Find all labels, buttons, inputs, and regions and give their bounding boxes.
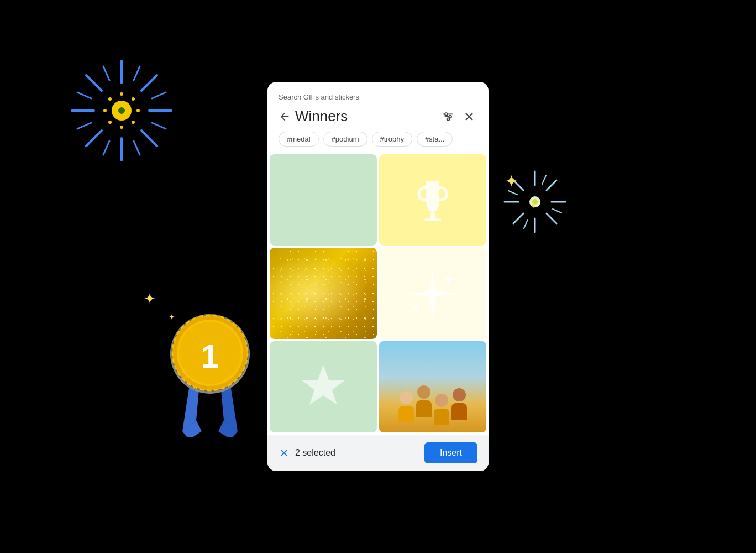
svg-line-11 (103, 141, 109, 155)
svg-line-15 (134, 141, 140, 155)
person-4 (452, 388, 467, 420)
svg-point-57 (445, 113, 448, 116)
svg-rect-61 (424, 218, 441, 221)
filter-button[interactable] (440, 108, 456, 125)
gif-grid (267, 154, 489, 432)
svg-line-8 (77, 92, 91, 98)
svg-point-22 (108, 97, 112, 101)
svg-line-32 (547, 213, 556, 223)
tag-trophy[interactable]: #trophy (372, 132, 412, 147)
svg-line-6 (141, 75, 157, 91)
selected-count: 2 selected (295, 448, 335, 458)
search-label: Search GIFs and stickers (267, 82, 489, 106)
svg-line-37 (553, 209, 561, 213)
clear-selection-button[interactable] (279, 447, 290, 458)
gif-item-1[interactable] (270, 154, 377, 246)
person-2 (416, 385, 432, 417)
svg-line-5 (141, 131, 157, 146)
svg-line-38 (524, 220, 528, 228)
page-title: Winners (295, 108, 435, 125)
svg-point-26 (118, 107, 125, 114)
svg-point-25 (108, 121, 112, 124)
tag-medal[interactable]: #medal (279, 132, 319, 147)
svg-point-19 (120, 126, 123, 129)
gif-item-5[interactable] (270, 341, 377, 432)
back-button[interactable] (279, 111, 291, 123)
svg-point-58 (449, 115, 452, 118)
svg-point-59 (447, 118, 450, 121)
svg-line-12 (77, 123, 91, 129)
svg-line-35 (508, 191, 517, 195)
tag-podium[interactable]: #podium (323, 132, 368, 147)
svg-line-14 (152, 92, 166, 98)
blue-firework-decoration (55, 44, 188, 177)
gif-item-6[interactable] (379, 341, 486, 432)
svg-line-10 (152, 123, 166, 129)
tags-row: #medal #podium #trophy #sta... (267, 132, 489, 154)
svg-line-13 (103, 66, 109, 80)
svg-point-18 (120, 92, 123, 96)
sparkles-svg (400, 260, 466, 327)
title-row: Winners (267, 106, 489, 132)
svg-line-34 (513, 213, 523, 223)
gif-item-2[interactable] (379, 154, 486, 246)
sparkle-small-right: ✦ (529, 199, 538, 211)
svg-line-7 (86, 131, 102, 146)
svg-line-33 (547, 180, 556, 190)
insert-button[interactable]: Insert (424, 442, 477, 463)
medal-decoration: 1 (149, 282, 271, 437)
gif-item-3[interactable] (270, 248, 377, 339)
svg-point-24 (132, 97, 135, 101)
person-1 (398, 391, 414, 422)
svg-point-21 (136, 109, 140, 112)
svg-point-23 (132, 121, 135, 124)
person-3 (434, 394, 449, 425)
gif-item-4[interactable] (379, 248, 486, 339)
svg-point-20 (103, 109, 107, 112)
star-svg (296, 359, 351, 415)
svg-text:1: 1 (201, 338, 219, 375)
close-button[interactable] (461, 108, 477, 125)
bottom-bar: 2 selected Insert (267, 435, 489, 471)
trophy-svg (411, 175, 455, 225)
svg-line-9 (134, 66, 140, 80)
svg-line-4 (86, 75, 102, 91)
sparkle-large-right: ✦ (505, 171, 518, 191)
svg-line-36 (542, 175, 546, 184)
tag-star[interactable]: #sta... (417, 132, 453, 147)
gif-sticker-dialog: Search GIFs and stickers Winners #med (267, 82, 489, 471)
selected-info: 2 selected (279, 447, 335, 458)
